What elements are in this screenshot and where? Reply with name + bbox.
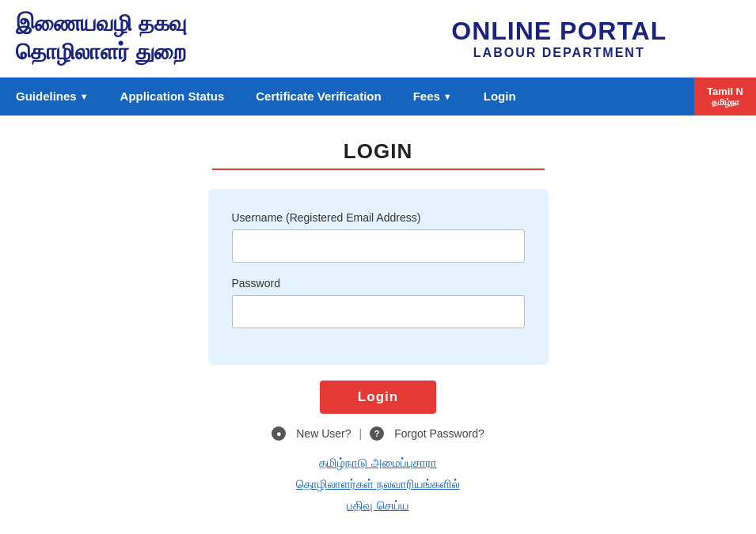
links-row: ● New User? | ? Forgot Password? <box>272 426 484 441</box>
password-label: Password <box>232 277 525 290</box>
password-input[interactable] <box>232 295 525 328</box>
forgot-password-label[interactable]: Forgot Password? <box>394 427 484 440</box>
chevron-down-icon: ▼ <box>80 92 89 101</box>
nav-item-certificate-verification[interactable]: Certificate Verification <box>240 78 397 116</box>
header: இணையவழி தகவு தொழிலாளர் துறை ONLINE PORTA… <box>0 0 756 78</box>
forgot-password-icon: ? <box>370 426 384 441</box>
nav-item-fees[interactable]: Fees ▼ <box>397 78 468 116</box>
login-title-divider <box>212 169 545 170</box>
tamil-link-line1[interactable]: தமிழ்நாடு அமைப்புசாரா <box>296 452 460 473</box>
header-left-logo: இணையவழி தகவு தொழிலாளர் துறை <box>16 9 378 67</box>
portal-title: ONLINE PORTAL <box>378 17 741 46</box>
nav-item-tamil-language[interactable]: Tamil N தமிழ்நா <box>694 78 756 116</box>
chevron-down-icon-fees: ▼ <box>443 92 452 101</box>
tamil-link-line2[interactable]: தொழிலாளர்கள் நலவாரியங்களில் <box>296 473 460 494</box>
separator: | <box>359 427 363 440</box>
login-form-box: Username (Registered Email Address) Pass… <box>208 189 549 365</box>
tamil-registration-link[interactable]: தமிழ்நாடு அமைப்புசாரா தொழிலாளர்கள் நலவார… <box>296 452 460 516</box>
tamil-link-line3[interactable]: பதிவு செய்ய <box>296 494 460 516</box>
main-content: LOGIN Username (Registered Email Address… <box>0 116 756 534</box>
portal-subtitle: LABOUR DEPARTMENT <box>378 46 741 60</box>
new-user-label[interactable]: New User? <box>296 427 351 440</box>
nav-item-login[interactable]: Login <box>468 78 532 116</box>
nav-item-application-status[interactable]: Application Status <box>104 78 241 116</box>
navbar: Guidelines ▼ Application Status Certific… <box>0 78 756 116</box>
login-title: LOGIN <box>344 139 412 164</box>
nav-item-guidelines[interactable]: Guidelines ▼ <box>0 78 104 116</box>
new-user-icon: ● <box>272 426 286 441</box>
header-right-title: ONLINE PORTAL LABOUR DEPARTMENT <box>378 17 741 60</box>
username-input[interactable] <box>232 229 525 263</box>
username-label: Username (Registered Email Address) <box>232 211 525 224</box>
login-button[interactable]: Login <box>320 381 436 414</box>
portal-tamil-name: இணையவழி தகவு தொழிலாளர் துறை <box>16 9 378 67</box>
